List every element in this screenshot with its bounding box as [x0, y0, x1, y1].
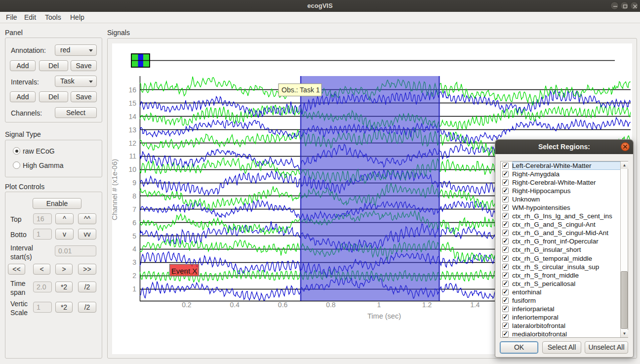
svg-text:10: 10: [128, 165, 136, 173]
svg-text:15: 15: [128, 99, 136, 107]
svg-text:1: 1: [377, 301, 381, 309]
svg-text:12: 12: [128, 139, 136, 147]
svg-text:4: 4: [132, 245, 136, 253]
svg-text:Time (sec): Time (sec): [367, 312, 401, 320]
svg-text:16: 16: [128, 86, 136, 94]
svg-text:1.4: 1.4: [470, 301, 480, 309]
svg-text:13: 13: [128, 126, 136, 134]
svg-text:0.2: 0.2: [182, 301, 192, 309]
svg-text:2: 2: [132, 272, 136, 280]
svg-text:6: 6: [132, 219, 136, 227]
svg-text:8: 8: [132, 192, 136, 200]
svg-text:11: 11: [129, 152, 136, 160]
svg-text:3: 3: [132, 258, 136, 266]
svg-text:14: 14: [128, 113, 136, 121]
svg-text:0.4: 0.4: [230, 301, 240, 309]
svg-text:0.6: 0.6: [278, 301, 288, 309]
svg-text:9: 9: [132, 179, 136, 187]
svg-text:1.2: 1.2: [422, 301, 432, 309]
svg-text:Channel # (x1e-06): Channel # (x1e-06): [112, 159, 119, 220]
svg-text:0.8: 0.8: [326, 301, 336, 309]
svg-text:Obs.: Task 1: Obs.: Task 1: [281, 86, 320, 94]
svg-text:5: 5: [132, 232, 136, 240]
svg-text:Event X: Event X: [171, 267, 198, 275]
svg-text:7: 7: [132, 205, 136, 213]
svg-text:1: 1: [132, 285, 136, 293]
